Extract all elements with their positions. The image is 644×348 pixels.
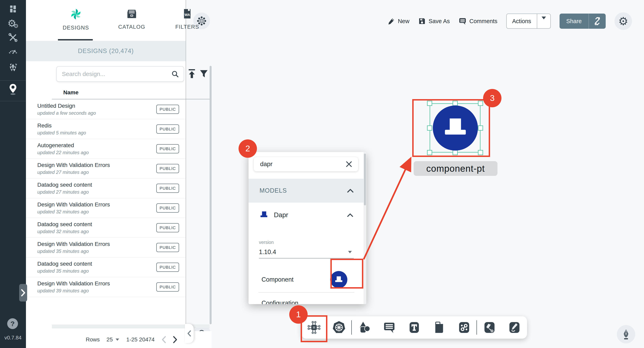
copy-link-button[interactable] bbox=[589, 17, 606, 25]
design-list-item[interactable]: Redis updated 5 minutes ago PUBLIC bbox=[26, 119, 186, 139]
annotation-badge-3: 3 bbox=[483, 89, 502, 107]
design-list-item[interactable]: Datadog seed content updated 35 minutes … bbox=[26, 258, 186, 277]
visibility-badge: PUBLIC bbox=[156, 184, 179, 193]
designs-scrollbar[interactable] bbox=[210, 66, 212, 324]
catalog-drawer-icon bbox=[126, 8, 138, 20]
share-split-button[interactable]: Share bbox=[560, 13, 606, 29]
design-list-item[interactable]: Design With Validation Errors updated 32… bbox=[26, 198, 186, 218]
comment-icon[interactable] bbox=[377, 321, 402, 334]
comments-button[interactable]: Comments bbox=[458, 17, 497, 25]
filter-funnel-icon[interactable] bbox=[199, 69, 209, 79]
actions-label: Actions bbox=[507, 18, 537, 24]
help-button[interactable]: ? bbox=[7, 318, 18, 329]
design-list-item[interactable]: Design With Validation Errors updated 27… bbox=[26, 159, 186, 178]
tools-icon[interactable] bbox=[0, 33, 26, 42]
tab-filters[interactable]: WA FILTERS bbox=[167, 8, 207, 30]
design-title: Autogenerated bbox=[37, 142, 74, 149]
help-label: ? bbox=[10, 320, 15, 328]
text-icon[interactable] bbox=[402, 321, 426, 334]
panel-collapse-handle[interactable] bbox=[185, 324, 194, 343]
rows-per-page-value: 25 bbox=[106, 337, 113, 343]
design-title: Redis bbox=[37, 122, 52, 129]
save-as-label: Save As bbox=[428, 18, 450, 24]
design-search-box bbox=[56, 66, 184, 82]
visibility-badge: PUBLIC bbox=[156, 263, 179, 272]
tab-catalog[interactable]: CATALOG bbox=[112, 8, 152, 30]
comments-label: Comments bbox=[469, 18, 497, 24]
caret-down-icon bbox=[116, 339, 119, 341]
pagination-range: 1-25 20474 bbox=[126, 337, 155, 343]
visibility-badge: PUBLIC bbox=[156, 105, 179, 114]
design-title: Datadog seed content bbox=[37, 261, 92, 267]
save-icon bbox=[418, 17, 426, 25]
design-title: Untitled Design bbox=[37, 103, 75, 109]
svg-text:WA: WA bbox=[184, 13, 190, 17]
comment-icon bbox=[458, 17, 466, 25]
save-as-button[interactable]: Save As bbox=[418, 17, 450, 25]
dashboard-icon[interactable] bbox=[0, 4, 26, 13]
design-list-item[interactable]: Autogenerated updated 22 minutes ago PUB… bbox=[26, 139, 186, 159]
design-search-input[interactable] bbox=[57, 71, 171, 77]
settings-button[interactable]: ⚙ bbox=[614, 12, 632, 30]
actions-split-button[interactable]: Actions bbox=[506, 13, 551, 29]
annotation-rect-3 bbox=[412, 99, 490, 157]
annotation-badge-2: 2 bbox=[238, 139, 257, 158]
gear-icon: ⚙ bbox=[618, 15, 628, 28]
settings-gears-icon[interactable]: ⚙⚙ bbox=[0, 17, 26, 29]
design-list-item[interactable]: Datadog seed content updated 32 minutes … bbox=[26, 218, 186, 238]
design-title: Datadog seed content bbox=[37, 182, 92, 188]
sidebar-expand-handle[interactable] bbox=[19, 284, 27, 302]
design-list-item[interactable]: Design With Validation Errors updated 39… bbox=[26, 277, 186, 297]
visibility-badge: PUBLIC bbox=[156, 243, 179, 252]
designs-panel: DESIGNS CATALOG WA FILTERS DESIGNS (20,4… bbox=[26, 0, 186, 348]
mesh-icon[interactable] bbox=[0, 62, 26, 73]
prev-page-icon[interactable] bbox=[161, 336, 166, 344]
header-divider bbox=[52, 99, 210, 99]
new-button[interactable]: New bbox=[388, 17, 410, 25]
visibility-badge: PUBLIC bbox=[156, 164, 179, 173]
tab-catalog-label: CATALOG bbox=[118, 24, 145, 30]
kubernetes-icon[interactable] bbox=[326, 321, 351, 334]
design-list-item[interactable]: Design With Validation Errors updated 35… bbox=[26, 238, 186, 258]
rows-label: Rows bbox=[86, 337, 100, 343]
design-list-item[interactable]: Datadog seed content updated 27 minutes … bbox=[26, 178, 186, 198]
visibility-badge: PUBLIC bbox=[156, 124, 179, 134]
step-number: 2 bbox=[245, 144, 250, 153]
publish-icon[interactable] bbox=[187, 69, 196, 80]
design-updated: updated 27 minutes ago bbox=[37, 170, 89, 175]
new-label: New bbox=[398, 18, 410, 24]
design-updated: updated 35 minutes ago bbox=[37, 249, 89, 254]
design-title: Design With Validation Errors bbox=[37, 162, 110, 168]
performance-icon[interactable] bbox=[0, 47, 26, 56]
designs-count-header: DESIGNS (20,474) bbox=[26, 41, 186, 61]
meshery-logo-icon bbox=[70, 8, 82, 21]
design-updated: updated 32 minutes ago bbox=[37, 209, 89, 215]
designs-list: Untitled Design updated a few seconds ag… bbox=[26, 99, 186, 297]
annotation-badge-1: 1 bbox=[289, 305, 308, 324]
design-title: Design With Validation Errors bbox=[37, 201, 110, 208]
pencil-draw-icon[interactable] bbox=[502, 321, 527, 334]
sidebar-divider bbox=[0, 101, 26, 101]
visibility-badge: PUBLIC bbox=[156, 282, 179, 292]
tab-designs[interactable]: DESIGNS bbox=[56, 8, 96, 31]
link-icon bbox=[593, 17, 601, 25]
design-updated: updated 27 minutes ago bbox=[37, 189, 89, 195]
annotation-rect-component bbox=[330, 259, 363, 289]
location-pin-icon[interactable] bbox=[0, 83, 26, 95]
rows-per-page-select[interactable]: 25 bbox=[106, 337, 120, 343]
shapes-icon[interactable] bbox=[352, 321, 377, 334]
design-actions-toolbar: New Save As Comments Actions Share ⚙ bbox=[388, 12, 632, 30]
link-chain-icon[interactable] bbox=[452, 321, 476, 334]
column-header-name: Name bbox=[63, 89, 78, 96]
sidebar-divider bbox=[0, 80, 26, 81]
pencil-icon bbox=[388, 17, 395, 25]
design-list-item[interactable]: Untitled Design updated a few seconds ag… bbox=[26, 99, 186, 119]
step-number: 1 bbox=[296, 310, 301, 319]
pen-connect-icon[interactable] bbox=[477, 321, 502, 334]
search-icon[interactable] bbox=[171, 70, 184, 78]
annotation-arrow bbox=[186, 0, 644, 348]
tab-filters-label: FILTERS bbox=[175, 24, 199, 30]
sticky-note-icon[interactable] bbox=[426, 321, 452, 334]
next-page-icon[interactable] bbox=[172, 336, 178, 344]
actions-dropdown-toggle[interactable] bbox=[537, 19, 550, 23]
